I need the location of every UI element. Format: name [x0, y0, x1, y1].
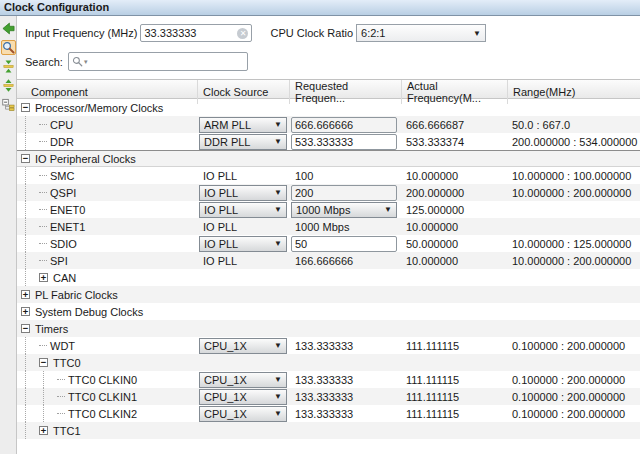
actual-frequency-cell: 111.111115 [401, 405, 507, 422]
tree-branch-stub [39, 175, 47, 176]
table-row[interactable]: +CAN [17, 269, 640, 286]
tree-guide-line [25, 201, 26, 218]
tree-collapse-icon[interactable]: − [21, 324, 30, 333]
clock-source-dropdown[interactable]: DDR PLL▼ [199, 134, 287, 150]
clock-source-dropdown[interactable]: IO PLL▼ [199, 185, 287, 201]
clock-source-cell: IO PLL▼ [197, 201, 289, 218]
expand-all-icon[interactable] [1, 78, 16, 93]
clock-source-dropdown[interactable]: IO PLL▼ [199, 202, 287, 218]
table-row[interactable]: ENET0IO PLL▼1000 Mbps▼125.000000 [17, 201, 640, 218]
table-row[interactable]: −IO Peripheral Clocks [17, 150, 640, 167]
tree-guide-line [25, 269, 26, 286]
component-label: System Debug Clocks [35, 306, 143, 318]
requested-frequency-value: 1000 Mbps [296, 204, 384, 216]
clock-source-dropdown[interactable]: ARM PLL▼ [199, 117, 287, 133]
tree-expand-icon[interactable]: + [21, 307, 30, 316]
range-cell [507, 354, 640, 371]
clock-source-dropdown[interactable]: IO PLL▼ [199, 236, 287, 252]
requested-frequency-cell [289, 286, 401, 303]
component-cell: −TTC0 [17, 354, 197, 371]
table-row[interactable]: +TTC1 [17, 422, 640, 439]
range-cell: 10.000000 : 200.000000 [507, 252, 640, 269]
chevron-down-icon: ▼ [274, 137, 282, 146]
tree-guide-line [25, 371, 26, 388]
clock-source-value: CPU_1X [204, 374, 274, 386]
table-row[interactable]: WDTCPU_1X▼133.333333111.1111150.100000 :… [17, 337, 640, 354]
requested-frequency-input[interactable] [291, 117, 397, 133]
clock-source-cell [197, 422, 289, 439]
table-row[interactable]: −TTC0 [17, 354, 640, 371]
table-row[interactable]: +PL Fabric Clocks [17, 286, 640, 303]
table-row[interactable]: SPIIO PLL166.66666610.00000010.000000 : … [17, 252, 640, 269]
tree-expand-icon[interactable]: + [21, 290, 30, 299]
table-row[interactable]: −Processor/Memory Clocks [17, 99, 640, 116]
table-row[interactable]: QSPIIO PLL▼200.00000010.000000 : 200.000… [17, 184, 640, 201]
component-cell: SMC [17, 167, 197, 184]
toggle-hierarchy-icon[interactable] [1, 97, 16, 112]
zoom-icon[interactable] [1, 40, 16, 55]
table-row[interactable]: TTC0 CLKIN1CPU_1X▼133.333333111.1111150.… [17, 388, 640, 405]
tree-guide-line [25, 388, 26, 405]
tree-collapse-icon[interactable]: − [21, 154, 30, 163]
range-value: 0.100000 : 200.000000 [507, 391, 625, 403]
back-arrow-icon[interactable] [1, 21, 16, 36]
actual-frequency-cell: 10.000000 [401, 218, 507, 235]
table-row[interactable]: ENET1IO PLL1000 Mbps10.000000 [17, 218, 640, 235]
requested-frequency-cell [289, 235, 401, 252]
component-label: SDIO [50, 238, 77, 250]
collapse-all-icon[interactable] [1, 59, 16, 74]
clear-icon[interactable]: ✕ [237, 28, 248, 39]
actual-frequency-cell: 111.111115 [401, 337, 507, 354]
requested-frequency-text: 100 [289, 170, 313, 182]
requested-frequency-cell: 133.333333 [289, 388, 401, 405]
range-value: 0.100000 : 200.000000 [507, 374, 625, 386]
component-label: DDR [50, 136, 74, 148]
tree-branch-stub [39, 243, 47, 244]
tree-collapse-icon[interactable]: − [39, 358, 48, 367]
clock-table-body: −Processor/Memory ClocksCPUARM PLL▼666.6… [17, 99, 640, 439]
search-icon[interactable] [72, 56, 83, 67]
table-row[interactable]: CPUARM PLL▼666.66668750.0 : 667.0 [17, 116, 640, 133]
component-cell: TTC0 CLKIN0 [17, 371, 197, 388]
requested-frequency-cell: 100 [289, 167, 401, 184]
requested-frequency-dropdown[interactable]: 1000 Mbps▼ [291, 202, 397, 218]
component-label: TTC0 CLKIN1 [68, 391, 137, 403]
range-cell: 10.000000 : 125.000000 [507, 235, 640, 252]
table-row[interactable]: TTC0 CLKIN0CPU_1X▼133.333333111.1111150.… [17, 371, 640, 388]
requested-frequency-cell [289, 99, 401, 116]
component-cell: CPU [17, 116, 197, 133]
clock-source-dropdown[interactable]: CPU_1X▼ [199, 338, 287, 354]
table-row[interactable]: TTC0 CLKIN2CPU_1X▼133.333333111.1111150.… [17, 405, 640, 422]
search-options-chevron-icon[interactable]: ▾ [84, 58, 88, 66]
tree-expand-icon[interactable]: + [39, 426, 48, 435]
table-row[interactable]: +System Debug Clocks [17, 303, 640, 320]
table-row[interactable]: DDRDDR PLL▼533.333374200.000000 : 534.00… [17, 133, 640, 150]
actual-frequency-value: 125.000000 [401, 204, 464, 216]
table-row[interactable]: SDIOIO PLL▼50.00000010.000000 : 125.0000… [17, 235, 640, 252]
search-input[interactable]: ▾ [68, 52, 248, 71]
table-row[interactable]: −Timers [17, 320, 640, 337]
tree-branch-stub [39, 124, 47, 125]
table-row[interactable]: SMCIO PLL10010.00000010.000000 : 100.000… [17, 167, 640, 184]
clock-source-cell: IO PLL [197, 218, 289, 235]
tree-branch-stub [39, 226, 47, 227]
actual-frequency-value: 50.000000 [401, 238, 458, 250]
requested-frequency-cell: 133.333333 [289, 337, 401, 354]
actual-frequency-value: 111.111115 [401, 340, 459, 352]
requested-frequency-input[interactable] [291, 134, 397, 150]
component-cell: +CAN [17, 269, 197, 286]
requested-frequency-input[interactable] [291, 185, 397, 201]
input-frequency-field[interactable]: 33.333333 ✕ [140, 24, 252, 42]
tree-collapse-icon[interactable]: − [21, 103, 30, 112]
actual-frequency-value: 10.000000 [401, 170, 458, 182]
cpu-clock-ratio-dropdown[interactable]: 6:2:1 ▼ [356, 24, 486, 42]
clock-source-dropdown[interactable]: CPU_1X▼ [199, 389, 287, 405]
component-label: CAN [53, 272, 76, 284]
tree-expand-icon[interactable]: + [39, 273, 48, 282]
requested-frequency-input[interactable] [291, 236, 397, 252]
clock-source-dropdown[interactable]: CPU_1X▼ [199, 406, 287, 422]
requested-frequency-text: 166.666666 [289, 255, 353, 267]
clock-source-dropdown[interactable]: CPU_1X▼ [199, 372, 287, 388]
clock-source-cell [197, 286, 289, 303]
clock-source-value: CPU_1X [204, 408, 274, 420]
